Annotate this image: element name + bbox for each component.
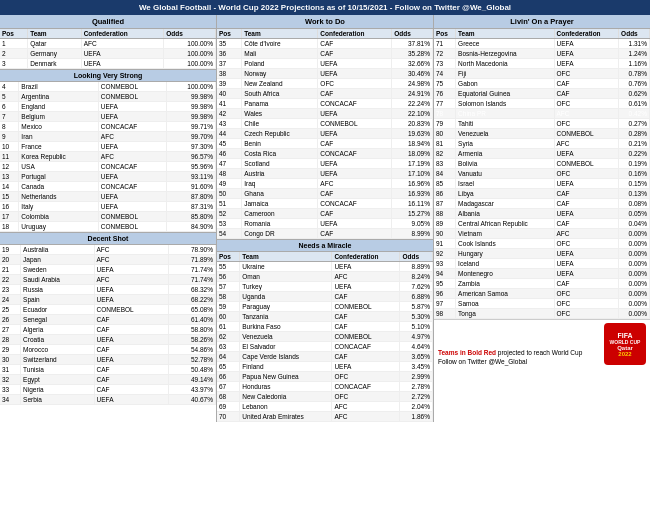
table-cell: 0.22% (619, 149, 650, 159)
col-odds: Odds (400, 252, 433, 262)
table-cell: UEFA (554, 59, 619, 69)
table-cell: Norway (242, 69, 318, 79)
table-cell: 50 (217, 189, 242, 199)
table-cell: 17.10% (392, 169, 433, 179)
table-cell: Scotland (242, 159, 318, 169)
table-cell: CAF (94, 385, 168, 395)
table-cell: 53 (217, 219, 242, 229)
table-cell: 81 (434, 139, 456, 149)
table-cell: OFC (554, 119, 619, 129)
table-cell: 0.15% (619, 179, 650, 189)
table-cell: Colombia (19, 212, 98, 222)
table-cell: CONMEBOL (318, 119, 392, 129)
table-cell: Zambia (456, 279, 554, 289)
table-cell: UEFA (98, 142, 166, 152)
table-cell: 6.88% (400, 292, 433, 302)
table-cell: Mexico (19, 122, 98, 132)
table-cell: 49 (217, 179, 242, 189)
table-cell: Central African Republic (456, 219, 554, 229)
table-cell: 0.28% (619, 129, 650, 139)
table-cell: 94 (434, 269, 456, 279)
table-cell: 83 (434, 159, 456, 169)
table-cell: 3 (0, 59, 28, 69)
table-cell: 76 (434, 89, 456, 99)
table-cell: CONCACAF (318, 199, 392, 209)
table-cell: 20 (0, 255, 21, 265)
table-cell: 5 (0, 92, 19, 102)
table-cell: 0.00% (619, 239, 650, 249)
table-cell: 19.63% (392, 129, 433, 139)
table-cell: 95 (434, 279, 456, 289)
table-cell: Australia (21, 245, 94, 255)
table-cell: OFC (554, 239, 619, 249)
table-cell: CAF (318, 89, 392, 99)
table-cell: 62 (217, 332, 240, 342)
table-cell: North Macedonia (456, 59, 554, 69)
table-cell: 58.80% (168, 325, 215, 335)
table-cell: 71.89% (168, 255, 215, 265)
table-cell: Panama (242, 99, 318, 109)
table-cell: Austria (242, 169, 318, 179)
table-cell: 72 (434, 49, 456, 59)
table-cell: CONMEBOL (98, 82, 166, 92)
table-cell: AFC (332, 402, 400, 412)
table-cell: Russia (21, 285, 94, 295)
table-cell: 18 (0, 222, 19, 232)
table-cell: CAF (554, 79, 619, 89)
table-cell: CAF (554, 199, 619, 209)
table-cell: OFC (554, 289, 619, 299)
table-cell: Iraq (242, 179, 318, 189)
table-cell: 60 (217, 312, 240, 322)
table-cell: UEFA (554, 269, 619, 279)
table-cell: 8 (0, 122, 19, 132)
table-cell: 7.62% (400, 282, 433, 292)
table-cell: Serbia (21, 395, 94, 405)
table-cell: 85 (434, 179, 456, 189)
table-cell: UEFA (318, 59, 392, 69)
table-cell: 40.67% (168, 395, 215, 405)
table-cell: Uruguay (19, 222, 98, 232)
table-cell: 85.80% (166, 212, 215, 222)
table-cell: Poland (242, 59, 318, 69)
table-cell: UEFA (94, 295, 168, 305)
table-cell: CONCACAF (318, 99, 392, 109)
table-cell: CAF (332, 322, 400, 332)
table-cell: UEFA (318, 169, 392, 179)
table-cell: Germany (28, 49, 81, 59)
table-cell: 0.08% (619, 199, 650, 209)
lop-header: Livin' On a Prayer (434, 15, 650, 29)
table-cell: 1 (0, 39, 28, 49)
table-cell: 34 (0, 395, 21, 405)
table-cell: 89 (434, 219, 456, 229)
table-cell: 11 (0, 152, 19, 162)
col-pos: Pos (217, 29, 242, 39)
table-cell: 26 (0, 315, 21, 325)
table-cell: 43.97% (168, 385, 215, 395)
table-cell: 99.70% (166, 132, 215, 142)
table-cell: 0.61% (619, 99, 650, 109)
table-cell: Oman (240, 272, 332, 282)
table-cell: 68 (217, 392, 240, 402)
table-cell: 93.11% (166, 172, 215, 182)
table-cell: Benin (242, 139, 318, 149)
table-cell: 24.98% (392, 79, 433, 89)
table-cell: UEFA (554, 249, 619, 259)
table-cell: El Salvador (240, 342, 332, 352)
table-cell: 16.11% (392, 199, 433, 209)
table-cell: United Arab Emirates (240, 412, 332, 422)
table-cell: AFC (94, 275, 168, 285)
table-cell: Cook Islands (456, 239, 554, 249)
table-cell: 16.96% (392, 179, 433, 189)
table-cell: 78.90% (168, 245, 215, 255)
table-cell: CAF (332, 312, 400, 322)
table-cell: 6 (0, 102, 19, 112)
table-cell: Vietnam (456, 229, 554, 239)
table-cell: CONMEBOL (94, 305, 168, 315)
table-cell: OFC (554, 309, 619, 319)
table-cell: UEFA (94, 355, 168, 365)
table-cell: UEFA (94, 265, 168, 275)
table-cell: AFC (81, 39, 164, 49)
table-cell: CAF (554, 219, 619, 229)
table-cell: 27 (0, 325, 21, 335)
table-cell: CONCACAF (98, 162, 166, 172)
